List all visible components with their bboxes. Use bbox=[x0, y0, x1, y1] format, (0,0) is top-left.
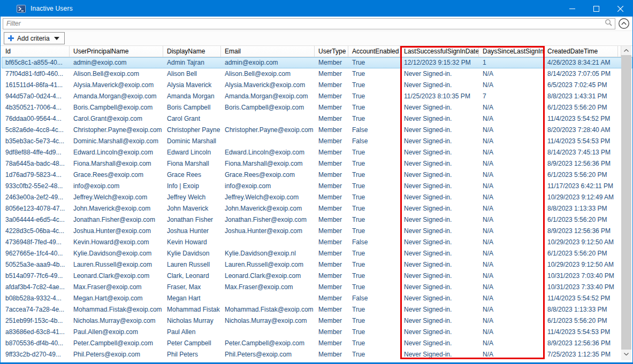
cell-DisplayName: Lauren Russell bbox=[163, 259, 221, 270]
app-window: Inactive Users bbox=[0, 0, 633, 364]
table-row[interactable]: b08b528a-9332-4...Megan.Hart@exoip.comMe… bbox=[2, 293, 632, 304]
cell-DisplayName: Grace Rees bbox=[163, 169, 221, 181]
table-row[interactable]: 944d57a0-0d24-4...Amanda.Morgan@exoip.co… bbox=[2, 91, 632, 102]
column-header-DisplayName[interactable]: DisplayName bbox=[163, 46, 221, 57]
maximize-button[interactable] bbox=[584, 1, 608, 17]
table-row[interactable]: 251eb99f-153c-4b...Nicholas.Murray@exoip… bbox=[2, 315, 632, 327]
scrollbar-thumb[interactable] bbox=[621, 55, 631, 350]
cell-DisplayName: Amanda Morgan bbox=[163, 91, 221, 102]
table-row[interactable]: 1d76ad79-5823-4...Grace.Rees@exoip.comGr… bbox=[2, 169, 632, 181]
table-row[interactable]: 9627665e-1fc4-40...Kylie.Davidson@exoip.… bbox=[2, 248, 632, 259]
cell-DaysSinceLastSignIn: N/A bbox=[479, 349, 544, 360]
cell-CreatedDateTime: 6/1/2023 5:56:20 PM bbox=[544, 169, 618, 181]
collapse-criteria-button[interactable] bbox=[617, 17, 630, 30]
cell-LastSuccessfulSignInDate: Never Signed-in. bbox=[400, 282, 479, 293]
plus-icon bbox=[8, 35, 14, 41]
cell-UserPrincipalName: Carol.Grant@exoip.com bbox=[70, 113, 163, 125]
cell-UserType: Member bbox=[315, 226, 348, 237]
table-row[interactable]: 9df8ef88-4ffe-4d9...Edward.Lincoln@exoip… bbox=[2, 147, 632, 158]
cell-DisplayName: Alysia Maverick bbox=[163, 80, 221, 91]
cell-DisplayName: Mohammad Fistak bbox=[163, 304, 221, 315]
cell-Email: Peter.Campbell@exoip.com bbox=[221, 338, 315, 349]
table-row[interactable]: 161511d4-86fa-41...Alysia.Maverick@exoip… bbox=[2, 80, 632, 91]
table-row[interactable]: b8705536-df4b-40...Peter.Campbell@exoip.… bbox=[2, 338, 632, 349]
cell-UserPrincipalName: info@exoip.com bbox=[70, 181, 163, 192]
cell-DaysSinceLastSignIn: N/A bbox=[479, 181, 544, 192]
cell-DisplayName: Fiona Marshall bbox=[163, 158, 221, 169]
cell-CreatedDateTime: 11/17/2023 6:42:11 PM bbox=[544, 181, 618, 192]
cell-UserPrincipalName: Boris.Campbell@exoip.com bbox=[70, 102, 163, 113]
scroll-up-icon[interactable] bbox=[621, 46, 631, 55]
cell-DisplayName: Boris Campbell bbox=[163, 102, 221, 113]
cell-LastSuccessfulSignInDate: Never Signed-in. bbox=[400, 270, 479, 282]
table-row[interactable]: b514a097-7fc6-49...Leonard.Clark@exoip.c… bbox=[2, 270, 632, 282]
cell-UserPrincipalName: Fiona.Marshall@exoip.com bbox=[70, 158, 163, 169]
cell-AccountEnabled: False bbox=[348, 293, 400, 304]
cell-UserPrincipalName: Phil.Peters@exoip.com bbox=[70, 349, 163, 360]
cell-AccountEnabled: True bbox=[348, 282, 400, 293]
cell-DisplayName: Joshua Hunter bbox=[163, 226, 221, 237]
cell-UserPrincipalName: Dominic.Marshall@exoip.com bbox=[70, 136, 163, 147]
table-row[interactable]: 933c0fb2-55e2-48...info@exoip.comInfo | … bbox=[2, 181, 632, 192]
cell-LastSuccessfulSignInDate: Never Signed-in. bbox=[400, 68, 479, 80]
cell-CreatedDateTime: 6/1/2023 5:56:20 PM bbox=[544, 315, 618, 327]
cell-LastSuccessfulSignInDate: Never Signed-in. bbox=[400, 158, 479, 169]
cell-CreatedDateTime: 8/9/2023 12:56:36 PM bbox=[544, 338, 618, 349]
column-header-UserType[interactable]: UserType bbox=[315, 46, 348, 57]
cell-LastSuccessfulSignInDate: Never Signed-in. bbox=[400, 327, 479, 338]
minimize-button[interactable] bbox=[560, 1, 584, 17]
table-row[interactable]: 78a6445a-badc-48...Fiona.Marshall@exoip.… bbox=[2, 158, 632, 169]
table-row[interactable]: 9ff33c2b-d270-49...Phil.Peters@exoip.com… bbox=[2, 349, 632, 360]
cell-DisplayName: Fraser, Max bbox=[163, 282, 221, 293]
table-row[interactable]: afdaf3b4-7c82-4ae...Max.Fraser@exoip.com… bbox=[2, 282, 632, 293]
cell-UserPrincipalName: Jeffrey.Welch@exoip.com bbox=[70, 192, 163, 203]
column-header-AccountEnabled[interactable]: AccountEnabled bbox=[348, 46, 400, 57]
cell-DaysSinceLastSignIn: N/A bbox=[479, 226, 544, 237]
cell-AccountEnabled: True bbox=[348, 80, 400, 91]
table-row[interactable]: 77f04d81-fdf0-460...Alison.Bell@exoip.co… bbox=[2, 68, 632, 80]
table-row[interactable]: 3a064444-e6d5-4c...Jonathan.Fisher@exoip… bbox=[2, 214, 632, 226]
cell-Email: info@exoip.com bbox=[221, 181, 315, 192]
filter-input[interactable] bbox=[3, 19, 605, 29]
cell-DisplayName: Jonathan Fisher bbox=[163, 214, 221, 226]
table-row[interactable]: a83686ed-63c8-41...Paul.Allen@exoip.comP… bbox=[2, 327, 632, 338]
column-header-LastSuccessfulSignInDate[interactable]: LastSuccessfulSignInDate bbox=[400, 46, 479, 57]
cell-UserType: Member bbox=[315, 91, 348, 102]
cell-Id: 4228d3c5-06ba-4c... bbox=[2, 226, 70, 237]
table-row[interactable]: 50525a3e-aaa9-4b...Lauren.Russell@exoip.… bbox=[2, 259, 632, 270]
table-row[interactable]: 4b350521-7006-4...Boris.Campbell@exoip.c… bbox=[2, 102, 632, 113]
cell-DisplayName: Alison Bell bbox=[163, 68, 221, 80]
table-row[interactable]: 2463e00a-2ef2-49...Jeffrey.Welch@exoip.c… bbox=[2, 192, 632, 203]
column-header-CreatedDateTime[interactable]: CreatedDateTime bbox=[544, 46, 618, 57]
table-row[interactable]: 8056e123-4078-47...John.Maverick@exoip.c… bbox=[2, 203, 632, 214]
cell-UserPrincipalName: Amanda.Morgan@exoip.com bbox=[70, 91, 163, 102]
column-header-UserPrincipalName[interactable]: UserPrincipalName bbox=[70, 46, 163, 57]
column-header-Email[interactable]: Email bbox=[221, 46, 315, 57]
cell-UserPrincipalName: Jonathan.Fisher@exoip.com bbox=[70, 214, 163, 226]
cell-AccountEnabled: True bbox=[348, 214, 400, 226]
table-row[interactable]: 76ddaa00-9564-4...Carol.Grant@exoip.comC… bbox=[2, 113, 632, 125]
add-criteria-button[interactable]: Add criteria bbox=[4, 32, 65, 44]
column-header-DaysSinceLastSignIn[interactable]: DaysSinceLastSignIn bbox=[479, 46, 544, 57]
cell-DaysSinceLastSignIn: N/A bbox=[479, 270, 544, 282]
cell-DisplayName: Kevin Howard bbox=[163, 237, 221, 248]
close-button[interactable] bbox=[608, 1, 632, 17]
table-row[interactable]: 4736948f-7fed-49...Kevin.Howard@exoip.co… bbox=[2, 237, 632, 248]
cell-UserType: Member bbox=[315, 304, 348, 315]
vertical-scrollbar[interactable] bbox=[621, 46, 631, 360]
cell-DisplayName: Phil Peters bbox=[163, 349, 221, 360]
scroll-down-icon[interactable] bbox=[621, 350, 631, 359]
cell-AccountEnabled: True bbox=[348, 259, 400, 270]
cell-Id: b35eb3ac-5e73-4c... bbox=[2, 136, 70, 147]
cell-Id: b514a097-7fc6-49... bbox=[2, 270, 70, 282]
cell-Email: Kylie.Davidson@exoip.nl bbox=[221, 248, 315, 259]
cell-LastSuccessfulSignInDate: Never Signed-in. bbox=[400, 237, 479, 248]
cell-CreatedDateTime: 8/9/2023 12:56:36 PM bbox=[544, 226, 618, 237]
table-row[interactable]: 4228d3c5-06ba-4c...Joshua.Hunter@exoip.c… bbox=[2, 226, 632, 237]
table-row[interactable]: 7accea74-7a28-4e...Mohammad.Fistak@exoip… bbox=[2, 304, 632, 315]
table-row[interactable]: bf65c8c1-a855-40...admin@exoip.comAdmin … bbox=[2, 57, 632, 68]
table-row[interactable]: 5c82a6de-4cc8-4c...Christopher.Payne@exo… bbox=[2, 125, 632, 136]
table-row[interactable]: b35eb3ac-5e73-4c...Dominic.Marshall@exoi… bbox=[2, 136, 632, 147]
column-header-Id[interactable]: Id bbox=[2, 46, 70, 57]
cell-DisplayName: John Maverick bbox=[163, 203, 221, 214]
